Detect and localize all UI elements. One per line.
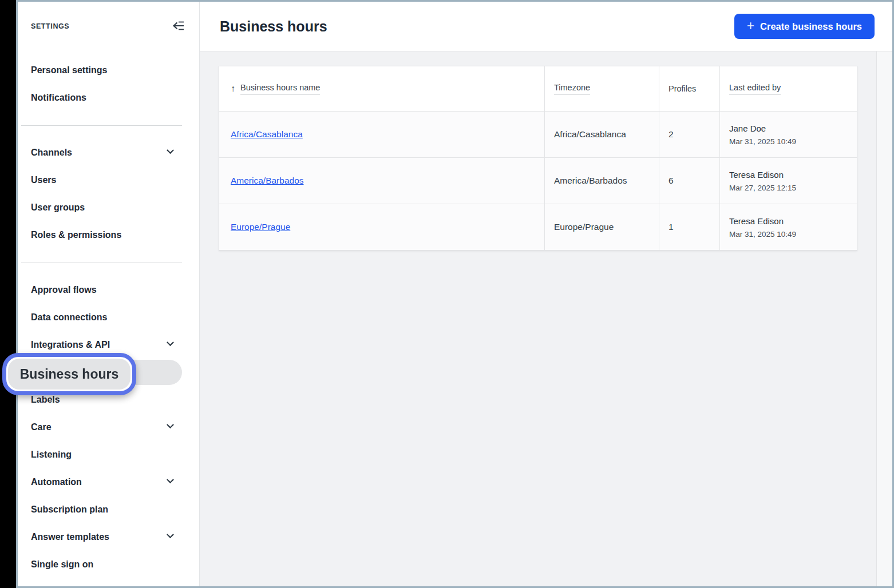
sidebar-item-personal-settings[interactable]: Personal settings bbox=[18, 57, 199, 84]
collapse-left-icon bbox=[171, 19, 185, 34]
sidebar-divider bbox=[18, 249, 199, 276]
column-label: Timezone bbox=[554, 83, 590, 94]
chevron-down-icon bbox=[167, 339, 174, 346]
column-header-last-edited: Last edited by bbox=[720, 66, 857, 112]
column-header-timezone: Timezone bbox=[545, 66, 659, 112]
edited-timestamp: Mar 31, 2025 10:49 bbox=[729, 137, 796, 146]
table-row-profiles-cell: 6 bbox=[659, 158, 720, 204]
app-window: SETTINGS Personal settings Notifications bbox=[16, 0, 894, 588]
sidebar-item-label: Automation bbox=[31, 477, 82, 487]
page-header: Business hours + Create business hours bbox=[200, 2, 892, 51]
sidebar-item-label: Single sign on bbox=[31, 559, 93, 570]
sidebar-item-label: Personal settings bbox=[31, 65, 107, 76]
sidebar-item-listening[interactable]: Listening bbox=[18, 441, 199, 468]
sidebar-item-care[interactable]: Care bbox=[18, 414, 199, 441]
business-hours-table: ↑ Business hours name Timezone Profiles … bbox=[219, 66, 857, 251]
profiles-count: 6 bbox=[668, 176, 674, 186]
column-label: Last edited by bbox=[729, 83, 781, 94]
scrollbar-track bbox=[876, 51, 892, 586]
sort-ascending-icon: ↑ bbox=[231, 84, 235, 93]
sort-by-last-edited[interactable]: Last edited by bbox=[729, 83, 781, 94]
sidebar-item-label: Roles & permissions bbox=[31, 230, 121, 240]
sidebar-title: SETTINGS bbox=[31, 22, 69, 30]
sidebar-item-label: Users bbox=[31, 175, 56, 185]
column-label: Profiles bbox=[668, 84, 696, 93]
timezone-value: Europe/Prague bbox=[554, 222, 614, 232]
table-row-last-edited-cell: Teresa Edison Mar 31, 2025 10:49 bbox=[720, 204, 857, 251]
callout-label: Business hours bbox=[20, 367, 119, 382]
sidebar-item-label: User groups bbox=[31, 202, 85, 213]
table-row-name-cell: Europe/Prague bbox=[219, 204, 545, 251]
sidebar-item-channels[interactable]: Channels bbox=[18, 139, 199, 166]
profiles-count: 1 bbox=[668, 222, 674, 232]
plus-icon: + bbox=[747, 19, 754, 33]
table-row-name-cell: Africa/Casablanca bbox=[219, 112, 545, 158]
edited-by-name: Jane Doe bbox=[729, 124, 796, 133]
table-row-timezone-cell: Europe/Prague bbox=[545, 204, 659, 251]
edited-by-name: Teresa Edison bbox=[729, 216, 796, 226]
timezone-value: Africa/Casablanca bbox=[554, 129, 626, 140]
create-button-label: Create business hours bbox=[760, 21, 862, 32]
sidebar-item-data-connections[interactable]: Data connections bbox=[18, 304, 199, 331]
table-row-name-cell: America/Barbados bbox=[219, 158, 545, 204]
sidebar-nav: Personal settings Notifications Channels… bbox=[18, 57, 199, 578]
column-header-name: ↑ Business hours name bbox=[219, 66, 545, 112]
sidebar-header: SETTINGS bbox=[18, 2, 199, 34]
sidebar-item-approval-flows[interactable]: Approval flows bbox=[18, 276, 199, 304]
sidebar-item-label: Answer templates bbox=[31, 532, 109, 542]
table-row-timezone-cell: America/Barbados bbox=[545, 158, 659, 204]
settings-sidebar: SETTINGS Personal settings Notifications bbox=[18, 2, 200, 586]
sidebar-item-roles-permissions[interactable]: Roles & permissions bbox=[18, 221, 199, 249]
sidebar-item-label: Labels bbox=[31, 395, 60, 405]
content-area: ↑ Business hours name Timezone Profiles … bbox=[200, 51, 892, 586]
sidebar-item-label: Approval flows bbox=[31, 285, 97, 295]
business-hours-link[interactable]: Europe/Prague bbox=[231, 222, 290, 232]
chevron-down-icon bbox=[167, 146, 174, 154]
sidebar-divider bbox=[18, 112, 199, 139]
sidebar-item-users[interactable]: Users bbox=[18, 166, 199, 194]
sidebar-item-label: Data connections bbox=[31, 312, 107, 323]
chevron-down-icon bbox=[167, 421, 174, 428]
table-row-last-edited-cell: Teresa Edison Mar 27, 2025 12:15 bbox=[720, 158, 857, 204]
business-hours-link[interactable]: America/Barbados bbox=[231, 176, 304, 186]
edited-timestamp: Mar 31, 2025 10:49 bbox=[729, 230, 796, 239]
collapse-sidebar-button[interactable] bbox=[170, 18, 186, 34]
column-header-profiles: Profiles bbox=[659, 66, 720, 112]
table-row-last-edited-cell: Jane Doe Mar 31, 2025 10:49 bbox=[720, 112, 857, 158]
sidebar-item-label: Notifications bbox=[31, 93, 86, 103]
sidebar-item-subscription-plan[interactable]: Subscription plan bbox=[18, 496, 199, 523]
sidebar-item-label: Integrations & API bbox=[31, 340, 110, 350]
sort-by-name[interactable]: ↑ Business hours name bbox=[231, 83, 320, 94]
sidebar-item-label: Subscription plan bbox=[31, 504, 108, 515]
create-business-hours-button[interactable]: + Create business hours bbox=[734, 14, 875, 39]
table-row-profiles-cell: 2 bbox=[659, 112, 720, 158]
edited-timestamp: Mar 27, 2025 12:15 bbox=[729, 184, 796, 192]
business-hours-highlight-callout: Business hours bbox=[2, 353, 136, 395]
sidebar-item-automation[interactable]: Automation bbox=[18, 468, 199, 496]
column-label: Business hours name bbox=[240, 83, 320, 94]
sidebar-item-label: Care bbox=[31, 422, 52, 432]
business-hours-link[interactable]: Africa/Casablanca bbox=[231, 129, 303, 140]
sidebar-item-label: Channels bbox=[31, 148, 72, 158]
profiles-count: 2 bbox=[668, 129, 674, 140]
chevron-down-icon bbox=[167, 476, 174, 483]
sort-by-timezone[interactable]: Timezone bbox=[554, 83, 590, 94]
sidebar-item-answer-templates[interactable]: Answer templates bbox=[18, 523, 199, 551]
table-row-profiles-cell: 1 bbox=[659, 204, 720, 251]
table-row-timezone-cell: Africa/Casablanca bbox=[545, 112, 659, 158]
chevron-down-icon bbox=[167, 531, 174, 538]
edited-by-name: Teresa Edison bbox=[729, 170, 796, 180]
callout-inner: Business hours bbox=[8, 359, 130, 390]
page-title: Business hours bbox=[220, 18, 327, 35]
sidebar-item-notifications[interactable]: Notifications bbox=[18, 84, 199, 112]
main-area: Business hours + Create business hours ↑… bbox=[200, 2, 892, 586]
sidebar-item-single-sign-on[interactable]: Single sign on bbox=[18, 551, 199, 578]
sidebar-item-label: Listening bbox=[31, 450, 72, 460]
timezone-value: America/Barbados bbox=[554, 176, 627, 186]
sidebar-item-user-groups[interactable]: User groups bbox=[18, 194, 199, 221]
